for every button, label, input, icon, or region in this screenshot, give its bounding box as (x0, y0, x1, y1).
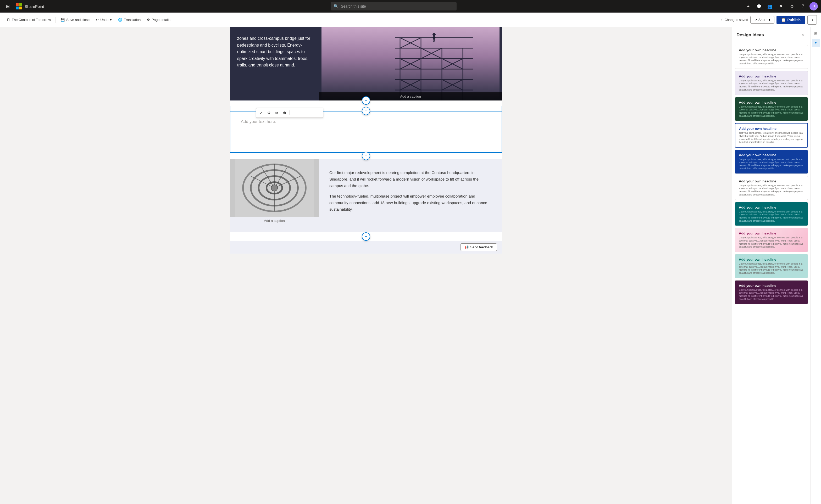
bottom-image-caption[interactable]: Add a caption (230, 217, 319, 225)
idea-card-body: Get your point across, tell a story, or … (739, 289, 804, 301)
changes-saved-indicator: ✓ Changes saved (720, 18, 748, 22)
svg-point-41 (271, 185, 277, 191)
nav-icons-group: ✦ 💬 👥 ⚑ ⚙ ? U (744, 2, 818, 11)
bottom-para-1: Our first major redevelopment is nearing… (329, 170, 492, 189)
microsoft-logo (16, 3, 22, 9)
copilot-icon-button[interactable]: ✦ (744, 2, 752, 11)
search-input[interactable] (341, 4, 454, 8)
checkmark-icon: ✓ (720, 18, 723, 22)
user-avatar[interactable]: U (809, 2, 818, 10)
search-bar[interactable]: 🔍 (331, 2, 457, 10)
design-idea-card[interactable]: Add your own headlineGet your point acro… (735, 254, 808, 278)
idea-card-body: Get your point across, tell a story, or … (739, 236, 804, 249)
send-feedback-bar: 📢 Send feedback (230, 241, 502, 254)
idea-card-title: Add your own headline (739, 179, 804, 183)
people-icon-button[interactable]: 👥 (766, 2, 774, 11)
duplicate-section-button[interactable]: ⧉ (273, 109, 280, 116)
bottom-para-2: The technology-fueled, multiphase projec… (329, 193, 492, 212)
design-idea-card[interactable]: Add your own headlineGet your point acro… (735, 45, 808, 69)
design-panel-title: Design ideas (736, 32, 764, 38)
hero-body-text: zones and cross-campus bridge just for p… (237, 36, 310, 67)
spiral-image (230, 159, 319, 217)
idea-card-title: Add your own headline (739, 48, 804, 52)
design-idea-card[interactable]: Add your own headlineGet your point acro… (735, 280, 808, 304)
share-button[interactable]: ↗ Share ▾ (750, 16, 775, 24)
save-icon: 💾 (60, 18, 65, 22)
design-idea-card[interactable]: Add your own headlineGet your point acro… (735, 123, 808, 148)
translation-icon: 🌐 (118, 18, 122, 22)
help-icon-button[interactable]: ? (798, 2, 807, 11)
undo-icon: ↩ (96, 18, 99, 22)
design-ideas-panel: Design ideas × Add your own headlineGet … (732, 27, 811, 504)
design-idea-card[interactable]: Add your own headlineGet your point acro… (735, 71, 808, 95)
waffle-menu-button[interactable]: ⊞ (3, 2, 12, 11)
page-content: zones and cross-campus bridge just for p… (230, 27, 502, 254)
idea-card-body: Get your point across, tell a story, or … (739, 132, 804, 144)
hero-section: zones and cross-campus bridge just for p… (230, 27, 502, 100)
breadcrumb-button[interactable]: 🗒 The Contoso of Tomorrow (4, 16, 53, 23)
edge-panels-button[interactable]: ⊞ (812, 29, 820, 38)
idea-card-body: Get your point across, tell a story, or … (739, 184, 804, 197)
publish-button[interactable]: 📋 Publish (777, 16, 805, 24)
add-section-button-2[interactable]: + (362, 152, 370, 160)
translation-button[interactable]: 🌐 Translation (115, 16, 143, 23)
idea-card-title: Add your own headline (739, 231, 804, 235)
section-properties-button[interactable]: ⚙ (265, 109, 272, 116)
breadcrumb-label: The Contoso of Tomorrow (12, 18, 51, 22)
bottom-section: Add a caption Our first major redevelopm… (230, 159, 502, 232)
design-idea-card[interactable]: Add your own headlineGet your point acro… (735, 97, 808, 121)
share-icon: ↗ (754, 18, 757, 22)
column-layout-button[interactable]: ────────── (290, 109, 322, 116)
design-panel-list[interactable]: Add your own headlineGet your point acro… (732, 42, 811, 504)
idea-card-body: Get your point across, tell a story, or … (739, 262, 804, 275)
idea-card-body: Get your point across, tell a story, or … (739, 210, 804, 223)
svg-rect-24 (433, 36, 435, 40)
page-indicator-icon: 🗒 (7, 18, 10, 22)
app-name-label: SharePoint (25, 4, 44, 9)
design-panel-close-button[interactable]: × (799, 31, 806, 39)
design-panel-header: Design ideas × (732, 27, 811, 42)
idea-card-title: Add your own headline (739, 74, 804, 78)
add-section-spacer-bottom: + (230, 232, 502, 241)
search-icon: 🔍 (333, 4, 339, 9)
content-area[interactable]: zones and cross-campus bridge just for p… (0, 27, 732, 504)
flag-icon-button[interactable]: ⚑ (777, 2, 785, 11)
page-toolbar: 🗒 The Contoso of Tomorrow 💾 Save and clo… (0, 13, 821, 27)
add-section-button-1[interactable]: + (362, 96, 370, 105)
chat-icon-button[interactable]: 💬 (755, 2, 763, 11)
idea-card-title: Add your own headline (739, 153, 804, 157)
undo-button[interactable]: ↩ Undo ▾ (93, 16, 114, 23)
bottom-text-area: Our first major redevelopment is nearing… (319, 159, 502, 232)
delete-section-button[interactable]: 🗑 (281, 109, 288, 116)
idea-card-title: Add your own headline (739, 257, 804, 261)
hero-text-block: zones and cross-campus bridge just for p… (230, 27, 319, 100)
idea-card-body: Get your point across, tell a story, or … (739, 105, 804, 118)
design-idea-card[interactable]: Add your own headlineGet your point acro… (735, 176, 808, 200)
share-dropdown-icon: ▾ (769, 18, 770, 22)
top-navbar: ⊞ SharePoint 🔍 ✦ 💬 👥 ⚑ ⚙ ? U (0, 0, 821, 13)
svg-point-23 (433, 33, 436, 36)
add-section-button-bottom[interactable]: + (362, 232, 370, 241)
right-edge-panel: ⊞ ✦ (811, 27, 821, 504)
design-idea-card[interactable]: Add your own headlineGet your point acro… (735, 150, 808, 174)
undo-dropdown-icon: ▾ (110, 18, 112, 22)
hero-image-area: Add a caption (319, 27, 502, 100)
main-layout: zones and cross-campus bridge just for p… (0, 27, 821, 504)
collapse-button[interactable]: ⟩ (807, 15, 817, 25)
idea-card-body: Get your point across, tell a story, or … (739, 158, 804, 170)
idea-card-title: Add your own headline (739, 284, 804, 288)
design-idea-card[interactable]: Add your own headlineGet your point acro… (735, 228, 808, 252)
send-feedback-button[interactable]: 📢 Send feedback (461, 243, 497, 251)
text-webpart-placeholder: Add your text here. (241, 119, 276, 124)
hero-image-caption[interactable]: Add a caption (319, 92, 502, 100)
edge-design-ideas-button[interactable]: ✦ (812, 39, 820, 47)
save-and-close-button[interactable]: 💾 Save and close (58, 16, 92, 23)
page-details-button[interactable]: ⚙ Page details (144, 16, 173, 23)
bottom-image-area: Add a caption (230, 159, 319, 232)
collapse-icon: ⟩ (812, 18, 813, 22)
add-section-spacer-2: + (230, 153, 502, 159)
move-section-button[interactable]: ⤢ (257, 109, 265, 116)
design-idea-card[interactable]: Add your own headlineGet your point acro… (735, 202, 808, 226)
settings-icon-button[interactable]: ⚙ (788, 2, 796, 11)
add-webpart-button[interactable]: + (362, 107, 370, 115)
